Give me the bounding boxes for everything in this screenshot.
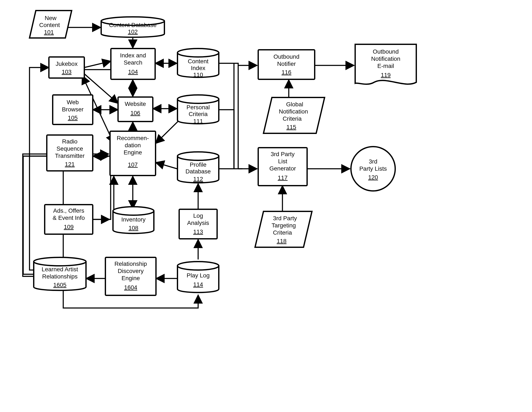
svg-text:109: 109 <box>64 224 74 230</box>
node-party-lists: 3rd Party Lists 120 <box>351 147 395 191</box>
node-global-criteria: Global Notification Criteria 115 <box>264 98 325 133</box>
svg-point-61 <box>178 262 219 270</box>
svg-text:Play Log: Play Log <box>187 272 210 279</box>
svg-text:112: 112 <box>193 176 203 182</box>
svg-text:Database: Database <box>185 168 211 175</box>
svg-text:119: 119 <box>381 72 391 78</box>
svg-text:Relationships: Relationships <box>42 273 77 280</box>
node-ads-offers: Ads., Offers & Event Info 109 <box>45 205 93 234</box>
svg-text:Browser: Browser <box>62 106 84 113</box>
svg-text:Engine: Engine <box>124 149 142 156</box>
node-outbound-email: Outbound Notification E-mail 119 <box>355 44 416 84</box>
svg-point-52 <box>34 257 86 266</box>
svg-text:Relationship: Relationship <box>114 261 147 267</box>
svg-text:Website: Website <box>125 101 146 107</box>
node-play-log: Play Log 114 <box>178 262 219 293</box>
svg-text:Criteria: Criteria <box>189 111 208 117</box>
svg-text:120: 120 <box>368 174 378 181</box>
node-relationship-discovery: Relationship Discovery Engine 1604 <box>105 257 156 295</box>
svg-text:Notification: Notification <box>371 56 400 62</box>
svg-text:Transmitter: Transmitter <box>55 153 85 159</box>
svg-text:Content: Content <box>39 22 60 28</box>
node-radio-transmitter: Radio Sequence Transmitter 121 <box>47 135 93 171</box>
svg-text:E-mail: E-mail <box>377 63 394 69</box>
node-jukebox: Jukebox 103 <box>49 57 84 78</box>
node-personal-criteria: Personal Criteria 111 <box>178 95 219 125</box>
svg-text:Notifier: Notifier <box>277 60 296 67</box>
svg-text:Criteria: Criteria <box>283 115 302 122</box>
svg-text:Sequence: Sequence <box>57 145 83 152</box>
svg-text:102: 102 <box>128 29 138 35</box>
svg-text:106: 106 <box>131 110 140 116</box>
svg-text:Discovery: Discovery <box>118 268 144 274</box>
svg-text:Learned Artist: Learned Artist <box>42 266 78 273</box>
svg-text:Web: Web <box>66 99 79 106</box>
svg-text:Ads., Offers: Ads., Offers <box>53 207 84 214</box>
svg-text:Search: Search <box>124 59 142 66</box>
node-content-database: Content Database 102 <box>101 17 164 37</box>
svg-text:List: List <box>278 158 287 165</box>
svg-point-37 <box>178 152 219 160</box>
svg-text:Log: Log <box>193 212 203 219</box>
svg-text:114: 114 <box>193 281 203 288</box>
node-list-generator: 3rd Party List Generator 117 <box>258 148 307 186</box>
svg-text:1604: 1604 <box>124 284 137 291</box>
svg-text:Notification: Notification <box>279 108 308 115</box>
node-new-content: New Content 101 <box>29 10 72 38</box>
node-content-index: Content Index 110 <box>178 49 219 78</box>
svg-text:121: 121 <box>65 161 75 167</box>
svg-text:3rd Party: 3rd Party <box>271 151 295 157</box>
svg-text:113: 113 <box>193 228 203 235</box>
svg-text:Targeting: Targeting <box>271 222 296 229</box>
node-website: Website 106 <box>118 97 153 121</box>
svg-text:Index: Index <box>191 65 206 71</box>
svg-text:108: 108 <box>129 225 138 231</box>
svg-point-23 <box>178 95 219 103</box>
svg-text:118: 118 <box>277 238 287 244</box>
svg-text:Outbound: Outbound <box>373 48 399 55</box>
svg-text:dation: dation <box>125 142 141 148</box>
svg-text:104: 104 <box>128 69 138 75</box>
svg-text:115: 115 <box>286 124 296 130</box>
svg-text:3rd Party: 3rd Party <box>273 215 297 222</box>
svg-text:Content: Content <box>188 58 209 65</box>
svg-text:Analysis: Analysis <box>187 220 209 226</box>
node-inventory: Inventory 108 <box>113 207 154 234</box>
svg-text:107: 107 <box>128 161 138 168</box>
node-web-browser: Web Browser 105 <box>53 95 93 125</box>
svg-text:Radio: Radio <box>62 138 77 145</box>
svg-text:111: 111 <box>193 118 203 125</box>
svg-text:Engine: Engine <box>121 275 140 281</box>
node-profile-database: Profile Database 112 <box>178 152 219 183</box>
svg-text:Profile: Profile <box>190 161 206 168</box>
svg-text:117: 117 <box>278 175 288 181</box>
svg-text:116: 116 <box>282 69 292 76</box>
node-recommendation-engine: Recommen- dation Engine 107 <box>110 131 156 176</box>
svg-text:Criteria: Criteria <box>273 229 292 236</box>
svg-text:Generator: Generator <box>269 165 296 172</box>
svg-point-12 <box>178 49 219 57</box>
svg-text:105: 105 <box>68 115 78 121</box>
svg-text:New: New <box>45 15 57 21</box>
system-diagram: New Content 101 Content Database 102 Juk… <box>0 0 532 412</box>
node-index-search: Index and Search 104 <box>111 49 155 79</box>
svg-text:Personal: Personal <box>187 104 210 110</box>
svg-text:Party Lists: Party Lists <box>359 165 387 172</box>
node-outbound-notifier: Outbound Notifier 116 <box>258 50 315 79</box>
svg-text:Content Database: Content Database <box>109 22 157 28</box>
svg-text:Global: Global <box>286 101 303 108</box>
svg-text:Inventory: Inventory <box>121 216 145 223</box>
svg-text:& Event Info: & Event Info <box>53 215 85 221</box>
svg-text:Outbound: Outbound <box>274 53 300 60</box>
node-log-analysis: Log Analysis 113 <box>179 209 217 239</box>
node-targeting-criteria: 3rd Party Targeting Criteria 118 <box>255 211 312 247</box>
svg-text:1605: 1605 <box>53 282 66 288</box>
svg-text:103: 103 <box>62 69 72 75</box>
svg-text:Recommen-: Recommen- <box>117 135 149 141</box>
svg-text:110: 110 <box>193 71 203 78</box>
svg-text:Index and: Index and <box>120 52 146 59</box>
svg-text:Jukebox: Jukebox <box>56 60 77 67</box>
svg-point-45 <box>113 207 154 215</box>
svg-text:3rd: 3rd <box>369 158 377 165</box>
node-learned-relationships: Learned Artist Relationships 1605 <box>34 257 86 291</box>
